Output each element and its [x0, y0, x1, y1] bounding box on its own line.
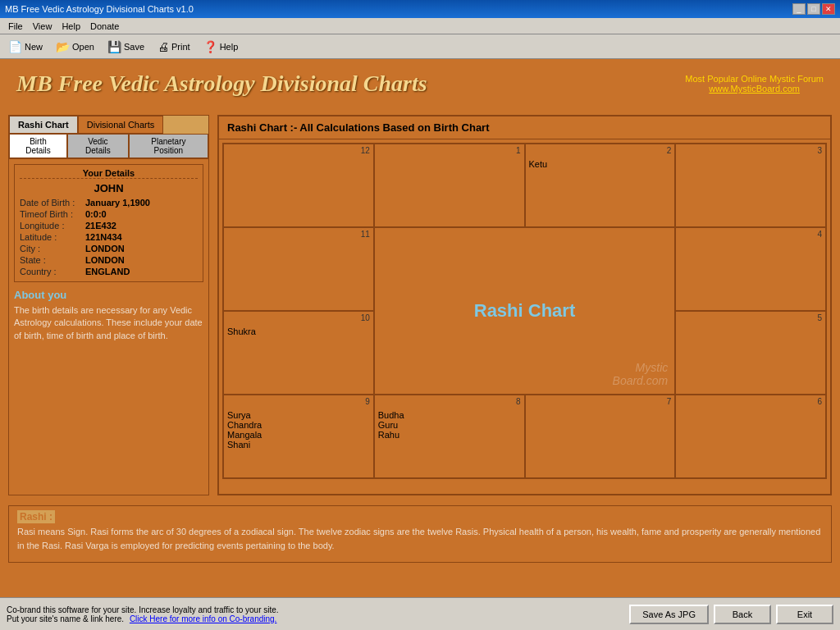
subtab-birth-details[interactable]: Birth Details — [9, 134, 67, 158]
status-bar: Co-brand this software for your site. In… — [0, 597, 840, 630]
rashi-center-content: Rashi Chart Mystic Board.com — [474, 300, 575, 322]
menu-bar: File View Help Donate — [0, 18, 840, 34]
latitude-value: 121N434 — [85, 232, 122, 242]
country-value: ENGLAND — [85, 267, 130, 276]
cell-11: 11 — [223, 227, 374, 311]
cell-6: 6 — [675, 395, 826, 478]
cell-9: 9 Surya Chandra Mangala Shani — [223, 395, 374, 478]
city-row: City : LONDON — [20, 244, 198, 253]
cell-3: 3 — [675, 144, 826, 227]
state-value: LONDON — [85, 255, 125, 265]
menu-view[interactable]: View — [28, 20, 57, 33]
subtab-vedic-details[interactable]: Vedic Details — [67, 134, 129, 158]
right-panel: Rashi Chart :- All Calculations Based on… — [217, 115, 832, 495]
state-row: State : LONDON — [20, 255, 198, 265]
print-icon: 🖨 — [158, 40, 169, 53]
longitude-row: Longitude : 21E432 — [20, 221, 198, 231]
main-content: Rashi Chart Divisional Charts Birth Deta… — [0, 108, 840, 502]
cell-2-num: 2 — [667, 146, 672, 155]
save-icon: 💾 — [107, 40, 121, 53]
country-row: Country : ENGLAND — [20, 267, 198, 276]
description-title: Rashi : — [17, 510, 55, 523]
dob-row: Date of Birth : January 1,1900 — [20, 198, 198, 208]
open-button[interactable]: 📂 Open — [52, 39, 98, 55]
menu-file[interactable]: File — [3, 20, 28, 33]
description-text: Rasi means Sign. Rasi forms the arc of 3… — [17, 525, 823, 552]
cell-1: 1 — [374, 144, 525, 227]
cell-5: 5 — [675, 311, 826, 395]
title-bar: MB Free Vedic Astrology Divisional Chart… — [0, 0, 840, 18]
status-line1: Co-brand this software for your site. In… — [7, 605, 629, 614]
cell-7: 7 — [525, 395, 676, 478]
tab-rashi-chart[interactable]: Rashi Chart — [9, 116, 78, 134]
sub-tab-bar: Birth Details Vedic Details Planetary Po… — [9, 134, 208, 159]
details-title: Your Details — [20, 168, 198, 179]
status-text: Co-brand this software for your site. In… — [7, 605, 629, 623]
save-button[interactable]: 💾 Save — [104, 39, 148, 55]
cell-4: 4 — [675, 227, 826, 311]
about-section: About you The birth details are necessar… — [14, 289, 203, 342]
cell-2-content: Ketu — [529, 159, 672, 169]
chart-grid: 12 1 2 Ketu 3 11 Rashi Chart Myst — [222, 143, 827, 479]
close-button[interactable]: ✕ — [822, 3, 835, 15]
help-label: Help — [220, 42, 239, 52]
tob-row: Timeof Birth : 0:0:0 — [20, 209, 198, 219]
subtab-planetary-position[interactable]: Planetary Position — [129, 134, 208, 158]
cell-9-content: Surya Chandra Mangala Shani — [227, 410, 370, 450]
print-label: Print — [171, 42, 190, 52]
cell-12-num: 12 — [361, 146, 370, 155]
exit-button[interactable]: Exit — [776, 605, 833, 624]
dob-value: January 1,1900 — [85, 198, 150, 208]
new-icon: 📄 — [8, 40, 22, 53]
cell-10: 10 Shukra — [223, 311, 374, 395]
cell-8-num: 8 — [516, 397, 521, 406]
status-line2: Put your site's name & link here. Click … — [7, 614, 629, 623]
about-text: The birth details are necessary for any … — [14, 304, 203, 342]
city-label: City : — [20, 244, 85, 253]
help-button[interactable]: ❓ Help — [200, 39, 242, 55]
details-box: Your Details JOHN Date of Birth : Januar… — [14, 164, 203, 282]
tob-value: 0:0:0 — [85, 209, 107, 219]
latitude-label: Latitude : — [20, 232, 85, 242]
tob-label: Timeof Birth : — [20, 209, 85, 219]
cell-11-num: 11 — [361, 230, 370, 239]
chart-title: Rashi Chart :- All Calculations Based on… — [219, 116, 830, 139]
left-panel: Rashi Chart Divisional Charts Birth Deta… — [8, 115, 209, 495]
cell-7-num: 7 — [667, 397, 672, 406]
city-value: LONDON — [85, 244, 125, 253]
save-jpg-button[interactable]: Save As JPG — [629, 605, 709, 624]
title-bar-text: MB Free Vedic Astrology Divisional Chart… — [5, 4, 194, 14]
cell-10-num: 10 — [361, 313, 370, 322]
new-button[interactable]: 📄 New — [5, 39, 46, 55]
cell-4-num: 4 — [817, 230, 822, 239]
tab-divisional-charts[interactable]: Divisional Charts — [78, 116, 164, 134]
watermark: Mystic Board.com — [613, 361, 669, 387]
save-label: Save — [124, 42, 144, 52]
status-buttons: Save As JPG Back Exit — [629, 605, 833, 624]
back-button[interactable]: Back — [714, 605, 771, 624]
menu-donate[interactable]: Donate — [85, 20, 124, 33]
rashi-chart-label: Rashi Chart — [474, 300, 575, 322]
dob-label: Date of Birth : — [20, 198, 85, 208]
minimize-button[interactable]: _ — [792, 3, 806, 15]
cell-12: 12 — [223, 144, 374, 227]
print-button[interactable]: 🖨 Print — [154, 39, 194, 55]
menu-help[interactable]: Help — [57, 20, 85, 33]
country-label: Country : — [20, 267, 85, 276]
app-title: MB Free Vedic Astrology Divisional Chart… — [16, 71, 427, 97]
header-right: Most Popular Online Mystic Forum www.Mys… — [685, 74, 824, 94]
cell-10-content: Shukra — [227, 326, 370, 336]
cell-6-num: 6 — [817, 397, 822, 406]
chart-center: Rashi Chart Mystic Board.com — [374, 227, 676, 395]
longitude-value: 21E432 — [85, 221, 116, 231]
cell-8: 8 Budha Guru Rahu — [374, 395, 525, 478]
toolbar: 📄 New 📂 Open 💾 Save 🖨 Print ❓ Help — [0, 34, 840, 59]
website-link[interactable]: www.MysticBoard.com — [685, 84, 824, 94]
cell-8-content: Budha Guru Rahu — [378, 410, 521, 440]
help-icon: ❓ — [203, 40, 217, 53]
cobrand-link[interactable]: Click Here for more info on Co-branding. — [130, 614, 277, 623]
longitude-label: Longitude : — [20, 221, 85, 231]
maximize-button[interactable]: □ — [807, 3, 820, 15]
latitude-row: Latitude : 121N434 — [20, 232, 198, 242]
tagline: Most Popular Online Mystic Forum — [685, 74, 824, 84]
